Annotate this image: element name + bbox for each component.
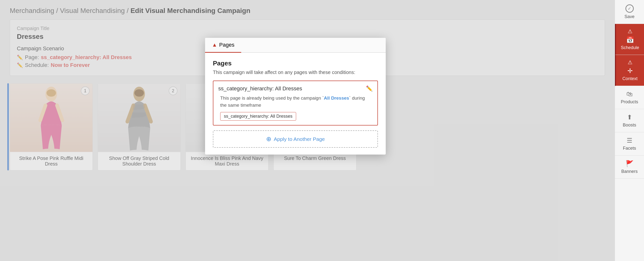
- add-page-plus-icon: ⊕: [266, 135, 272, 143]
- boosts-label: Boosts: [623, 122, 636, 128]
- calendar-icon: 📅: [626, 36, 634, 44]
- banners-button[interactable]: 🚩 Banners: [615, 156, 644, 179]
- modal-body: Pages This campaign will take affect on …: [205, 53, 386, 154]
- context-label: Context: [622, 76, 638, 81]
- facets-label: Facets: [623, 146, 636, 151]
- error-campaign-link[interactable]: All Dresses: [324, 96, 349, 100]
- context-warning-icon: ⚠: [628, 59, 632, 66]
- error-tag: ss_category_hierarchy: All Dresses: [220, 112, 296, 120]
- context-move-icon: ✛: [628, 67, 633, 75]
- error-condition-text: ss_category_hierarchy: All Dresses: [218, 86, 302, 92]
- facets-icon: ☰: [627, 137, 632, 144]
- right-sidebar: ✓ Save ⚠ 📅 Schedule ⚠ ✛ Context 🛍 Produc…: [615, 0, 644, 261]
- save-button[interactable]: ✓ Save: [615, 0, 644, 24]
- tab-label: Pages: [219, 42, 234, 48]
- error-box-header: ss_category_hierarchy: All Dresses ✏️: [218, 86, 372, 92]
- save-label: Save: [624, 14, 634, 19]
- error-message-part1: This page is already being used by the c…: [220, 96, 324, 100]
- banners-icon: 🚩: [626, 160, 634, 168]
- error-message: This page is already being used by the c…: [218, 95, 372, 109]
- banners-label: Banners: [621, 169, 638, 174]
- edit-condition-icon[interactable]: ✏️: [366, 86, 372, 92]
- schedule-label: Schedule: [621, 45, 639, 50]
- add-page-label: Apply to Another Page: [274, 136, 325, 142]
- products-icon: 🛍: [626, 90, 633, 98]
- schedule-button[interactable]: ⚠ 📅 Schedule: [615, 24, 644, 55]
- boosts-icon: ⬆: [627, 114, 632, 121]
- context-button[interactable]: ⚠ ✛ Context: [615, 55, 644, 86]
- products-label: Products: [621, 99, 638, 104]
- pages-tab[interactable]: ▲ Pages: [205, 38, 241, 53]
- pages-modal: ▲ Pages Pages This campaign will take af…: [205, 38, 386, 154]
- facets-button[interactable]: ☰ Facets: [615, 132, 644, 156]
- boosts-button[interactable]: ⬆ Boosts: [615, 109, 644, 132]
- modal-tab-bar: ▲ Pages: [205, 38, 386, 53]
- error-box: ss_category_hierarchy: All Dresses ✏️ Th…: [213, 80, 378, 126]
- tab-warning-icon: ▲: [212, 42, 217, 48]
- modal-subtext: This campaign will take affect on any pa…: [213, 70, 378, 75]
- save-icon: ✓: [626, 4, 634, 13]
- schedule-warning-icon: ⚠: [628, 28, 632, 35]
- add-page-button[interactable]: ⊕ Apply to Another Page: [213, 130, 378, 148]
- modal-heading: Pages: [213, 60, 378, 67]
- products-button[interactable]: 🛍 Products: [615, 86, 644, 109]
